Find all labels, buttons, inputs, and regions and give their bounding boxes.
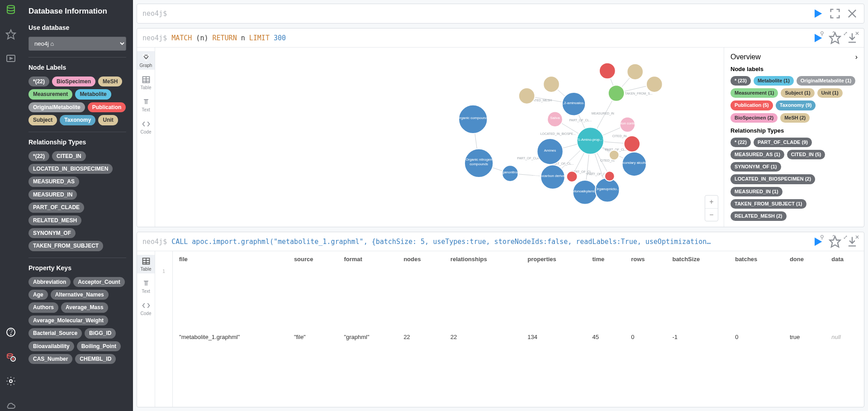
view-tab-text[interactable]: Text — [137, 96, 155, 114]
close-frame-icon[interactable]: ✕ — [854, 234, 860, 240]
svg-point-58 — [547, 112, 563, 127]
run-button[interactable] — [811, 7, 824, 20]
chevron-right-icon[interactable]: › — [855, 53, 858, 61]
label-pill[interactable]: * (22) — [730, 138, 751, 147]
label-pill[interactable]: CITED_IN — [52, 151, 86, 161]
label-pill[interactable]: PART_OF_CLADE — [28, 202, 84, 212]
label-pill[interactable]: CITED_IN (5) — [787, 150, 825, 159]
expand-icon[interactable]: ⤢ — [842, 30, 849, 37]
label-pill[interactable]: MEASURED_IN (1) — [730, 187, 783, 196]
guides-tab-icon[interactable] — [5, 53, 16, 64]
database-select[interactable]: neo4j ⌂ — [28, 37, 126, 51]
label-pill[interactable]: Metabolite (1) — [754, 76, 794, 86]
view-tab-table[interactable]: Table — [137, 255, 155, 273]
close-icon[interactable] — [846, 7, 859, 20]
label-pill[interactable]: MeSH — [98, 76, 122, 86]
view-tab-code[interactable]: Code — [137, 118, 155, 136]
zoom-in-icon[interactable]: + — [705, 196, 718, 208]
fullscreen-icon[interactable] — [829, 7, 841, 20]
label-pill[interactable]: Abbreviation — [28, 277, 71, 287]
expand-icon[interactable]: ⤢ — [842, 234, 849, 240]
pin-icon[interactable]: ⚲ — [819, 234, 825, 240]
help-icon[interactable] — [5, 327, 16, 338]
label-pill[interactable]: Measurement — [28, 89, 72, 99]
label-pill[interactable]: CAS_Number — [28, 354, 72, 364]
label-pill[interactable]: TAKEN_FROM_SUBJECT — [28, 241, 103, 251]
collapse-icon[interactable]: ⌃ — [830, 30, 837, 37]
label-pill[interactable]: SYNONYM_OF (1) — [730, 162, 781, 172]
graph-canvas[interactable]: LOCATED_IN_BIOSPE...PART_OF_CL...MEASURE… — [155, 48, 724, 227]
zoom-out-icon[interactable]: − — [705, 208, 718, 221]
svg-point-54 — [502, 165, 518, 182]
label-pill[interactable]: Average_Mass — [61, 302, 108, 312]
label-pill[interactable]: OriginalMetabolite — [28, 102, 85, 112]
label-pill[interactable]: Bioavailability — [28, 341, 74, 351]
label-pill[interactable]: Taxonomy (9) — [776, 100, 816, 110]
pin-icon[interactable]: ⚲ — [819, 30, 825, 37]
label-pill[interactable]: MeSH (2) — [780, 113, 810, 123]
label-pill[interactable]: Subject — [28, 115, 57, 125]
view-tab-table[interactable]: Table — [137, 73, 155, 92]
svg-point-51 — [465, 149, 493, 177]
svg-marker-1 — [6, 30, 15, 39]
label-pill[interactable]: TAKEN_FROM_SUBJECT (1) — [730, 199, 806, 209]
label-pill[interactable]: Publication — [88, 102, 126, 112]
svg-point-76 — [609, 150, 619, 160]
label-pill[interactable]: BioSpecimen — [52, 76, 95, 86]
svg-point-60 — [562, 92, 585, 115]
label-pill[interactable]: Bacterial_Source — [28, 328, 82, 338]
label-pill[interactable]: *(22) — [28, 151, 49, 161]
label-pill[interactable]: Unit (1) — [817, 88, 843, 98]
favorites-tab-icon[interactable] — [5, 29, 16, 40]
collapse-icon[interactable]: ⌃ — [830, 234, 837, 240]
label-pill[interactable]: Publication (5) — [730, 100, 773, 110]
svg-point-82 — [577, 127, 603, 154]
rel-types-heading: Relationship Types — [28, 139, 126, 146]
label-pill[interactable]: SYNONYM_OF — [28, 228, 76, 238]
label-pill[interactable]: Acceptor_Count — [73, 277, 124, 287]
label-pill[interactable]: CHEMBL_ID — [75, 354, 116, 364]
label-pill[interactable]: * (23) — [730, 76, 751, 86]
cypher-input[interactable] — [171, 10, 807, 18]
label-pill[interactable]: OriginalMetabolite (1) — [797, 76, 855, 86]
label-pill[interactable]: Authors — [28, 302, 58, 312]
svg-point-77 — [624, 136, 640, 152]
label-pill[interactable]: Metabolite — [75, 89, 111, 99]
label-pill[interactable]: RELATED_MESH (2) — [730, 211, 787, 221]
label-pill[interactable]: BiGG_ID — [85, 328, 116, 338]
sync-error-icon[interactable] — [5, 351, 16, 362]
left-iconbar — [0, 0, 22, 411]
label-pill[interactable]: PART_OF_CLADE (9) — [754, 138, 812, 147]
label-pill[interactable]: LOCATED_IN_BIOSPECIMEN (2) — [730, 174, 815, 184]
svg-text:TAKEN_FROM_S...: TAKEN_FROM_S... — [625, 92, 653, 96]
label-pill[interactable]: Subject (1) — [781, 88, 814, 98]
svg-text:LOCATED_IN_BIOSPE...: LOCATED_IN_BIOSPE... — [541, 132, 576, 136]
label-pill[interactable]: MEASURED_AS (1) — [730, 150, 784, 159]
label-pill[interactable]: Taxonomy — [60, 115, 95, 125]
close-frame-icon[interactable]: ✕ — [854, 30, 860, 37]
label-pill[interactable]: MEASURED_IN — [28, 190, 77, 200]
view-tab-text[interactable]: Text — [137, 277, 155, 296]
label-pill[interactable]: RELATED_MESH — [28, 215, 81, 225]
label-pill[interactable]: Average_Molecular_Weight — [28, 315, 108, 325]
label-pill[interactable]: Age — [28, 290, 48, 300]
svg-point-62 — [599, 63, 616, 79]
database-tab-icon[interactable] — [5, 5, 16, 15]
label-pill[interactable]: Measurement (1) — [730, 88, 778, 98]
label-pill[interactable]: LOCATED_IN_BIOSPECIMEN — [28, 164, 113, 174]
label-pill[interactable]: Unit — [98, 115, 118, 125]
label-pill[interactable]: Alternative_Names — [51, 290, 109, 300]
cloud-icon[interactable] — [5, 400, 16, 411]
label-pill[interactable]: MEASURED_AS — [28, 177, 79, 186]
view-tab-graph[interactable]: Graph — [137, 51, 155, 70]
settings-icon[interactable] — [5, 376, 16, 387]
svg-point-12 — [143, 54, 144, 56]
label-pill[interactable]: Boiling_Point — [77, 341, 121, 351]
svg-point-0 — [7, 5, 14, 8]
label-pill[interactable]: *(22) — [28, 76, 49, 86]
label-pill[interactable]: BioSpecimen (2) — [730, 113, 778, 123]
cypher-editor-bar: neo4j$ — [137, 4, 864, 24]
db-info-sidebar: Database Information Use database neo4j … — [22, 0, 133, 411]
view-tab-code[interactable]: Code — [137, 299, 155, 318]
svg-point-75 — [605, 171, 615, 181]
